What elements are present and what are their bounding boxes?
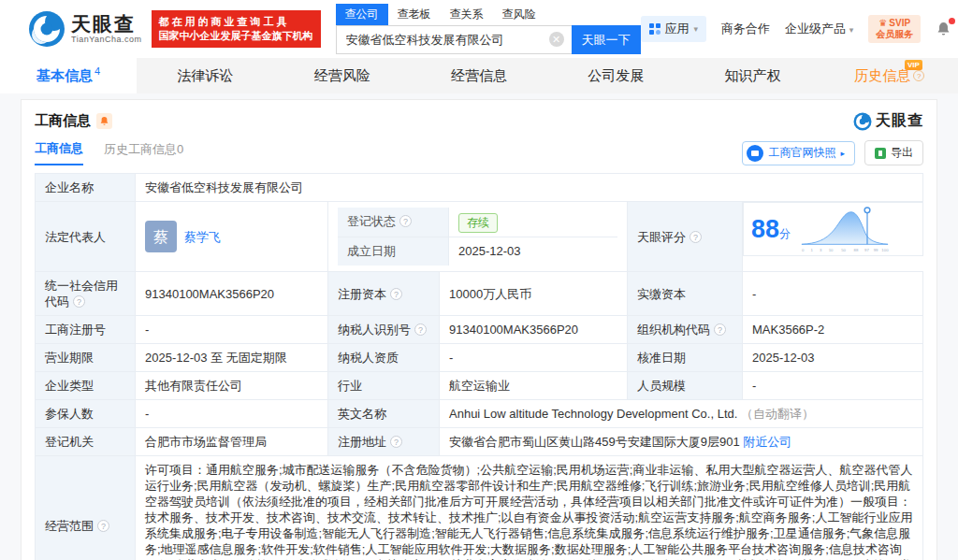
table-row: 营业期限 2025-12-03 至 无固定期限 纳税人资质 - 核准日期 202… [36,344,923,372]
search-tab-relation[interactable]: 查关系 [441,4,493,25]
help-icon[interactable]: ? [913,70,924,81]
export-icon [875,148,886,159]
logo-title: 天眼查 [71,14,142,35]
tab-history-info[interactable]: VIP 历史信息 ? [821,58,958,93]
industry-value: 航空运输业 [440,372,628,400]
announcement-icon[interactable] [96,113,112,129]
establish-date-label: 成立日期 [338,237,449,266]
reg-authority-value: 合肥市市场监督管理局 [136,428,328,456]
table-row: 工商注册号 - 纳税人识别号? 91340100MAK3566P20 组织机构代… [36,316,923,344]
chevron-down-icon: ▾ [849,25,854,35]
svip-sublabel: 会员服务 [876,29,913,40]
info-icon[interactable]: ? [414,323,427,336]
paid-capital-label: 实缴资本 [628,272,743,316]
credit-code-label: 统一社会信用代码? [36,272,136,316]
promo-banner-line1: 都在用的商业查询工具 [159,15,313,29]
score-curve-chart: 0 1 3 10 50 88 97 99 100 [800,205,890,253]
reg-number-label: 工商注册号 [36,316,136,344]
svg-text:0: 0 [802,248,805,252]
auto-translate-note: （自动翻译） [741,407,814,421]
business-scope-label: 经营范围? [36,456,136,560]
org-code-label: 组织机构代码? [628,316,743,344]
taxpayer-id-label: 纳税人识别号? [328,316,440,344]
nearby-companies-link[interactable]: 附近公司 [743,435,791,449]
tab-operating-risk[interactable]: 经营风险 [274,58,411,93]
tab-label: 知识产权 [725,67,781,85]
taxpayer-quality-value: - [440,344,628,372]
svg-text:3: 3 [820,248,822,252]
search-tab-company[interactable]: 查公司 [336,4,388,25]
subtab-business-info[interactable]: 工商信息 [35,140,83,165]
official-snapshot-button[interactable]: 工商官网快照 ▸ [742,141,855,165]
company-name-value: 安徽省低空科技发展有限公司 [136,174,923,202]
reg-address-value: 安徽省合肥市蜀山区黄山路459号安建国际大厦9层901 [449,435,740,449]
legal-rep-label: 法定代表人 [36,202,136,272]
tab-intellectual-property[interactable]: 知识产权 [684,58,820,93]
svip-label: SVIP [889,18,910,28]
reg-status-label: 登记状态? [338,208,449,237]
insured-count-value: - [136,400,328,428]
tab-operating-info[interactable]: 经营信息 [411,58,547,93]
info-icon[interactable]: ? [97,520,109,532]
reg-address-label: 注册地址? [328,428,440,456]
registered-capital-label: 注册资本? [328,272,440,316]
staff-size-label: 人员规模 [628,372,743,400]
avatar[interactable]: 蔡 [145,221,177,252]
tab-count-badge: 4 [94,65,100,77]
search-button[interactable]: 天眼一下 [572,25,641,54]
info-icon[interactable]: ? [399,215,412,227]
section-title: 工商信息 [35,112,91,130]
bell-small-icon [99,116,109,126]
chevron-down-icon: ▾ [694,24,699,34]
crown-icon: ♛ [878,18,887,28]
notification-dot [949,18,955,24]
legal-rep-link[interactable]: 蔡学飞 [184,229,221,245]
table-row: 参保人数 - 英文名称 Anhui Low altitude Technolog… [36,400,923,428]
apps-menu[interactable]: 应用 ▾ [641,16,707,42]
info-icon[interactable]: ? [390,288,402,300]
table-row: 登记机关 合肥市市场监督管理局 注册地址? 安徽省合肥市蜀山区黄山路459号安建… [36,428,923,456]
export-button[interactable]: 导出 [864,140,923,165]
tab-basic-info[interactable]: 基本信息 4 [0,58,137,93]
info-icon[interactable]: ? [689,231,702,243]
tianyancha-logo[interactable]: 天眼查 TianYanCha.com [28,10,142,48]
search-input[interactable] [336,25,572,54]
info-icon[interactable]: ? [714,323,726,336]
company-name-label: 企业名称 [36,174,136,202]
brand-watermark: 天眼查 [853,111,923,131]
org-code-value: MAK3566P-2 [743,316,923,344]
business-info-card: 工商信息 天眼查 工商信息 历史工商信息0 工商官网快照 ▸ [21,99,937,560]
promo-banner-line2: 国家中小企业发展子基金旗下机构 [159,29,313,43]
snapshot-button-label: 工商官网快照 [768,145,835,161]
svg-text:10: 10 [829,248,834,252]
tab-label: 经营风险 [314,67,370,85]
notifications-bell[interactable] [936,21,951,37]
promo-banner: 都在用的商业查询工具 国家中小企业发展子基金旗下机构 [152,10,321,48]
taxpayer-quality-label: 纳税人资质 [328,344,440,372]
logo-domain: TianYanCha.com [71,35,142,44]
info-icon[interactable]: ? [73,295,85,308]
credit-code-value: 91340100MAK3566P20 [136,272,328,316]
table-row: 法定代表人 蔡 蔡学飞 登记状态? 存续 成立日期 2025-12-03 天眼评… [36,202,923,272]
tab-label: 法律诉讼 [177,67,233,85]
tab-company-development[interactable]: 公司发展 [547,58,684,93]
info-icon[interactable]: ? [390,436,402,448]
svg-text:100: 100 [881,248,889,252]
apps-menu-label: 应用 [665,21,689,37]
registered-capital-value: 10000万人民币 [440,272,628,316]
business-coop-link[interactable]: 商务合作 [721,21,770,37]
search-tab-boss[interactable]: 查老板 [388,4,441,25]
search-tab-risk[interactable]: 查风险 [493,4,545,25]
subtab-history-business-info[interactable]: 历史工商信息0 [104,141,183,165]
search-tabs: 查公司 查老板 查关系 查风险 [336,4,641,25]
business-term-label: 营业期限 [36,344,136,372]
tab-label: 公司发展 [588,67,644,85]
tab-label: 经营信息 [451,67,507,85]
table-row: 经营范围? 许可项目：通用航空服务;城市配送运输服务（不含危险货物）;公共航空运… [36,456,923,560]
tab-legal-proceedings[interactable]: 法律诉讼 [137,58,273,93]
tab-label: 基本信息 [36,67,93,85]
enterprise-products-menu[interactable]: 企业级产品 ▾ [785,21,853,37]
clear-icon[interactable]: ✕ [549,32,564,47]
svip-member-badge[interactable]: ♛SVIP 会员服务 [868,15,921,43]
snapshot-icon [747,145,763,162]
